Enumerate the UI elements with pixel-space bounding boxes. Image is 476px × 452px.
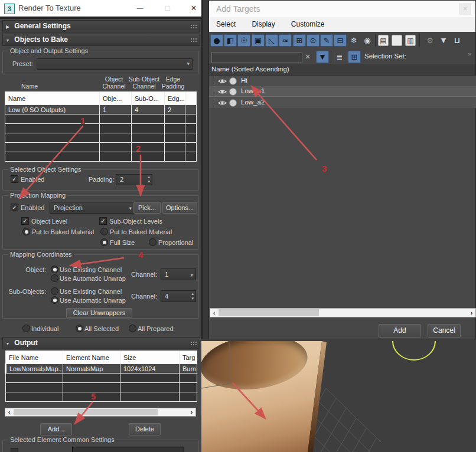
list-item-hi[interactable]: Hi: [209, 76, 476, 86]
menu-select[interactable]: Select: [209, 17, 243, 32]
render-toggle-icon[interactable]: [229, 88, 237, 96]
configure-advanced-filter-icon[interactable]: ⚙: [423, 34, 436, 47]
channel-a-dropdown[interactable]: 1 ▾: [161, 268, 196, 280]
options-button[interactable]: Options...: [162, 202, 197, 214]
menu-customize[interactable]: Customize: [284, 17, 332, 32]
object-use-existing-radio[interactable]: [51, 266, 58, 273]
drag-grip-icon[interactable]: [190, 24, 197, 29]
scrollbar-thumb[interactable]: [219, 309, 319, 316]
visibility-eye-icon[interactable]: [218, 100, 227, 106]
rollout-output[interactable]: ▼ Output: [2, 337, 200, 349]
display-containers-icon[interactable]: ⊟: [334, 34, 347, 47]
output-h-scrollbar[interactable]: ‹ ›: [5, 408, 196, 417]
drag-grip-icon[interactable]: [190, 38, 197, 42]
proportional-radio[interactable]: [149, 238, 157, 246]
spinner-arrows-icon[interactable]: ▴▾: [148, 175, 150, 184]
search-clear-icon[interactable]: ×: [303, 51, 312, 62]
display-xrefs-icon[interactable]: ⊙: [307, 34, 319, 47]
list-item-low-a1[interactable]: Low_a1: [209, 86, 476, 97]
select-by-filter-icon[interactable]: ▼: [316, 51, 329, 63]
output-delete-button[interactable]: Delete: [129, 423, 161, 435]
sub-use-existing-radio[interactable]: [51, 287, 58, 295]
rollout-objects-to-bake[interactable]: ▼ Objects to Bake: [2, 34, 200, 46]
display-hidden-icon[interactable]: ◉: [361, 34, 374, 47]
pick-button[interactable]: Pick...: [133, 202, 161, 214]
table-row[interactable]: [5, 143, 197, 152]
individual-radio[interactable]: [22, 325, 30, 332]
output-table[interactable]: File NameElement NameSizeTarg LowNormals…: [5, 351, 197, 402]
display-helpers-icon[interactable]: ◺: [265, 34, 278, 47]
table-row[interactable]: LowNormalsMap...NormalsMap1024x1024Bum: [6, 364, 197, 374]
table-row[interactable]: Low (0 SO Outputs)142: [5, 105, 197, 114]
put-to-baked-material-radio[interactable]: [22, 228, 30, 235]
sub-object-levels-checkbox[interactable]: ✓: [99, 217, 107, 225]
all-selected-radio[interactable]: [76, 325, 83, 332]
object-use-auto-radio[interactable]: [51, 274, 58, 282]
table-row[interactable]: [6, 392, 197, 402]
display-none-icon[interactable]: [392, 35, 402, 46]
pick-container-icon[interactable]: ⊔: [451, 34, 464, 47]
display-shapes-icon[interactable]: ◧: [224, 34, 237, 47]
overflow-chevrons-icon[interactable]: »: [468, 50, 471, 57]
preset-dropdown[interactable]: ▾: [37, 58, 193, 70]
display-expand-all-icon[interactable]: ▤: [378, 35, 389, 46]
scroll-right-icon[interactable]: ›: [188, 408, 195, 416]
enabled-checkbox[interactable]: ✓: [11, 175, 18, 183]
list-empty-area[interactable]: [209, 108, 475, 307]
left-title-bar[interactable]: 3 Render To Texture — □ ×: [0, 0, 201, 17]
close-icon[interactable]: ×: [188, 2, 200, 15]
scroll-right-icon[interactable]: ›: [468, 309, 475, 317]
add-button[interactable]: Add: [379, 324, 421, 338]
display-lights-icon[interactable]: ☉: [237, 34, 250, 47]
output-table-header[interactable]: File NameElement NameSizeTarg: [6, 351, 197, 364]
maximize-icon[interactable]: □: [162, 2, 174, 14]
table-row[interactable]: [6, 374, 197, 383]
projection-dropdown[interactable]: Projection ▾: [50, 202, 135, 214]
partial-field[interactable]: [72, 447, 184, 452]
bake-table-header[interactable]: NameObje...Sub-O...Edg...: [5, 92, 197, 105]
scroll-left-icon[interactable]: ‹: [210, 309, 218, 317]
object-level-checkbox[interactable]: ✓: [21, 217, 29, 225]
viewport[interactable]: [201, 339, 476, 452]
render-toggle-icon[interactable]: [229, 99, 237, 107]
explorer-h-scrollbar[interactable]: ‹ ›: [210, 308, 476, 317]
display-groups-icon[interactable]: ⊞: [293, 34, 306, 47]
scroll-left-icon[interactable]: ‹: [5, 408, 13, 416]
full-size-radio[interactable]: [100, 238, 108, 246]
explorer-close-icon[interactable]: ×: [459, 3, 471, 15]
spinner-arrows-icon[interactable]: ▴▾: [191, 291, 194, 301]
explorer-title-bar[interactable]: Add Targets ×: [209, 1, 475, 17]
menu-display[interactable]: Display: [244, 17, 282, 32]
rollout-general-settings[interactable]: ▶ General Settings: [2, 20, 200, 32]
lock-cell-editing-icon[interactable]: ▥: [405, 35, 416, 46]
name-column-header[interactable]: Name (Sorted Ascending): [209, 64, 475, 76]
table-row[interactable]: [6, 383, 197, 392]
display-frozen-icon[interactable]: ❄: [347, 34, 360, 47]
render-toggle-icon[interactable]: [229, 77, 237, 85]
display-bones-icon[interactable]: ✎: [320, 34, 333, 47]
table-row[interactable]: [5, 133, 197, 143]
projection-enabled-checkbox[interactable]: ✓: [11, 204, 18, 211]
display-geometry-icon[interactable]: ●: [210, 34, 223, 47]
visibility-eye-icon[interactable]: [218, 78, 227, 84]
bake-objects-table[interactable]: NameObje...Sub-O...Edg... Low (0 SO Outp…: [5, 91, 197, 162]
table-row[interactable]: [5, 152, 197, 162]
partial-checkbox[interactable]: [11, 448, 18, 452]
minimize-icon[interactable]: —: [134, 2, 146, 14]
filter-icon[interactable]: ▼: [437, 34, 450, 47]
sub-use-auto-radio[interactable]: [51, 296, 58, 304]
cancel-button[interactable]: Cancel: [428, 324, 461, 338]
scrollbar-thumb[interactable]: [14, 409, 158, 415]
list-item-low-a2[interactable]: Low_a2: [209, 97, 476, 108]
visibility-eye-icon[interactable]: [218, 89, 227, 95]
padding-spinner[interactable]: 2 ▴▾: [116, 174, 152, 185]
put-to-baked-material-radio-2[interactable]: [100, 228, 108, 235]
table-row[interactable]: [5, 114, 197, 124]
display-by-layer-icon[interactable]: ≣: [333, 51, 346, 63]
display-cameras-icon[interactable]: ▣: [252, 34, 265, 47]
drag-grip-icon[interactable]: [190, 341, 197, 346]
sort-by-hierarchy-icon[interactable]: ⊞: [348, 51, 361, 63]
output-add-button[interactable]: Add...: [40, 423, 72, 435]
channel-b-spinner[interactable]: 4 ▴▾: [161, 290, 196, 302]
search-input[interactable]: [211, 52, 302, 63]
